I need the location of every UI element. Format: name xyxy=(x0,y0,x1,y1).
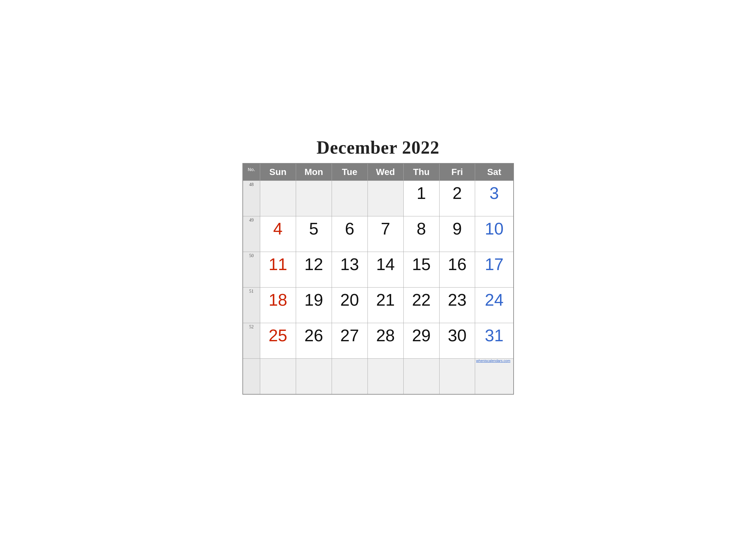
day-cell: 1 xyxy=(403,181,439,216)
day-cell: 16 xyxy=(439,252,475,288)
day-cell xyxy=(332,359,367,394)
day-cell xyxy=(439,359,475,394)
day-cell: 18 xyxy=(260,288,296,323)
calendar-row: wheniscalendars.com xyxy=(243,359,514,394)
day-cell: 11 xyxy=(260,252,296,288)
day-cell: 23 xyxy=(439,288,475,323)
day-cell xyxy=(332,181,367,216)
calendar-table: No. Sun Mon Tue Wed Thu Fri Sat 48123494… xyxy=(242,163,514,395)
day-cell: 8 xyxy=(403,216,439,252)
calendar-title: December 2022 xyxy=(242,137,514,158)
header-mon: Mon xyxy=(296,163,332,181)
day-cell: 14 xyxy=(367,252,403,288)
day-cell: 25 xyxy=(260,323,296,359)
header-fri: Fri xyxy=(439,163,475,181)
day-cell xyxy=(367,181,403,216)
week-number xyxy=(243,359,260,394)
week-number: 52 xyxy=(243,323,260,359)
day-cell: 15 xyxy=(403,252,439,288)
calendar-row: 48123 xyxy=(243,181,514,216)
week-number: 51 xyxy=(243,288,260,323)
week-number: 50 xyxy=(243,252,260,288)
header-sat: Sat xyxy=(475,163,514,181)
day-cell xyxy=(296,181,332,216)
day-cell: 3 xyxy=(475,181,514,216)
day-cell xyxy=(260,181,296,216)
day-cell: 24 xyxy=(475,288,514,323)
day-cell xyxy=(367,359,403,394)
week-number: 49 xyxy=(243,216,260,252)
header-thu: Thu xyxy=(403,163,439,181)
day-cell: 20 xyxy=(332,288,367,323)
header-row: No. Sun Mon Tue Wed Thu Fri Sat xyxy=(243,163,514,181)
day-cell xyxy=(260,359,296,394)
day-cell: 28 xyxy=(367,323,403,359)
header-tue: Tue xyxy=(332,163,367,181)
day-cell: 22 xyxy=(403,288,439,323)
day-cell: 5 xyxy=(296,216,332,252)
day-cell: 27 xyxy=(332,323,367,359)
day-cell: 6 xyxy=(332,216,367,252)
header-no: No. xyxy=(243,163,260,181)
day-cell: 17 xyxy=(475,252,514,288)
calendar-row: 5225262728293031 xyxy=(243,323,514,359)
day-cell: 9 xyxy=(439,216,475,252)
day-cell: 7 xyxy=(367,216,403,252)
calendar-row: 5011121314151617 xyxy=(243,252,514,288)
day-cell: 2 xyxy=(439,181,475,216)
week-number: 48 xyxy=(243,181,260,216)
calendar-container: December 2022 No. Sun Mon Tue Wed Thu Fr… xyxy=(233,131,524,404)
calendar-row: 4945678910 xyxy=(243,216,514,252)
day-cell: 10 xyxy=(475,216,514,252)
day-cell: 13 xyxy=(332,252,367,288)
calendar-row: 5118192021222324 xyxy=(243,288,514,323)
day-cell: 4 xyxy=(260,216,296,252)
day-cell xyxy=(403,359,439,394)
header-sun: Sun xyxy=(260,163,296,181)
day-cell: 30 xyxy=(439,323,475,359)
day-cell: 26 xyxy=(296,323,332,359)
day-cell: 19 xyxy=(296,288,332,323)
day-cell: 21 xyxy=(367,288,403,323)
day-cell: 29 xyxy=(403,323,439,359)
day-cell: 12 xyxy=(296,252,332,288)
day-cell: 31 xyxy=(475,323,514,359)
watermark: wheniscalendars.com xyxy=(475,359,514,394)
header-wed: Wed xyxy=(367,163,403,181)
day-cell xyxy=(296,359,332,394)
